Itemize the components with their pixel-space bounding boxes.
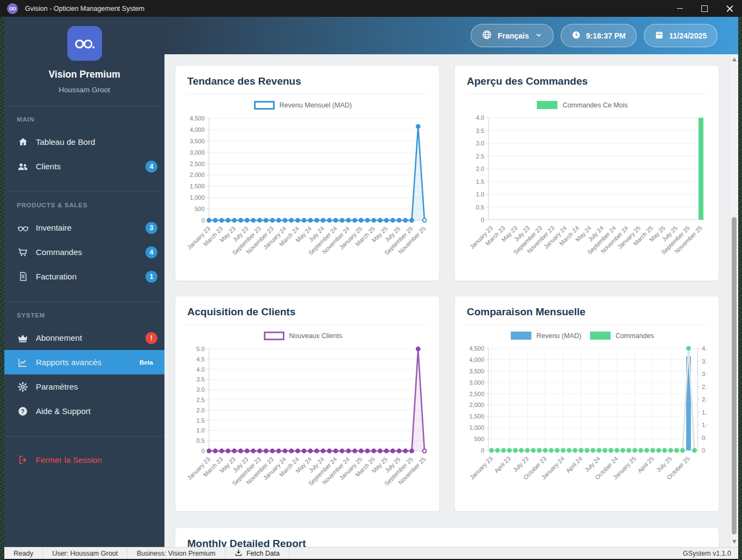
svg-text:1.0: 1.0 [476, 191, 484, 198]
divider [289, 548, 289, 559]
maximize-button[interactable] [692, 0, 717, 17]
date-display[interactable]: 11/24/2025 [644, 24, 718, 47]
svg-text:500: 500 [195, 206, 205, 212]
monthly-comparison-chart: 4,5004,0003,5003,0002,5002,0001,5001,000… [466, 343, 707, 501]
close-button[interactable] [717, 0, 742, 17]
time-display[interactable]: 9:18:37 PM [561, 24, 637, 47]
svg-text:2.0: 2.0 [702, 396, 707, 403]
section-label: SYSTEM [4, 312, 164, 319]
svg-text:2,500: 2,500 [469, 391, 484, 397]
svg-text:3.5: 3.5 [476, 128, 484, 134]
beta-tag: Beta [139, 359, 157, 366]
card-title: Comparaison Mensuelle [455, 296, 719, 318]
svg-text:4.0: 4.0 [196, 366, 205, 373]
clock-icon [572, 30, 581, 41]
sidebar: Vision Premium Houssam Groot MAIN Tablea… [4, 17, 164, 547]
divider [467, 324, 707, 325]
logout-button[interactable]: Fermer la Session [4, 448, 164, 472]
vertical-scrollbar[interactable] [730, 54, 738, 547]
section-label: PRODUCTS & SALES [4, 202, 164, 208]
top-header: Français 9:18:37 PM [164, 17, 738, 54]
globe-icon [481, 29, 492, 42]
sidebar-item-label: Commandes [36, 247, 82, 257]
sidebar-item-label: Rapports avancés [36, 358, 102, 367]
language-label: Français [498, 31, 529, 40]
sidebar-item-label: Clients [36, 162, 61, 171]
svg-text:2.0: 2.0 [476, 166, 484, 172]
svg-text:January 23: January 23 [468, 455, 494, 481]
svg-text:3,500: 3,500 [469, 368, 484, 374]
sidebar-item-label: Aide & Support [36, 406, 91, 416]
sidebar-item-aide-support[interactable]: ? Aide & Support [4, 399, 164, 423]
svg-text:3.5: 3.5 [196, 376, 205, 383]
svg-text:1,000: 1,000 [189, 194, 205, 201]
users-icon [17, 161, 29, 172]
clients-count-badge: 4 [145, 161, 157, 173]
language-selector[interactable]: Français [471, 24, 554, 47]
client-acquisition-chart: 5.04.54.03.53.02.52.01.51.00.50January 2… [187, 343, 428, 502]
svg-text:1.0: 1.0 [702, 422, 707, 428]
scroll-down-arrow-icon[interactable] [732, 540, 737, 544]
divider [467, 94, 707, 94]
fetch-data-button[interactable]: Fetch Data [225, 549, 289, 558]
window-titlebar: Gvision - Opticien Management System [0, 0, 742, 17]
logout-section: Fermer la Session [4, 436, 164, 472]
dashboard-content: Tendance des Revenus Revenu Mensuel (MAD… [164, 54, 738, 547]
svg-text:4,500: 4,500 [469, 345, 484, 352]
svg-text:4.0: 4.0 [476, 114, 484, 121]
help-icon: ? [17, 406, 29, 417]
sidebar-item-tableau-de-bord[interactable]: Tableau de Bord [4, 130, 164, 154]
sidebar-item-clients[interactable]: Clients 4 [4, 154, 164, 179]
sidebar-item-facturation[interactable]: Facturation 1 [4, 264, 164, 289]
logout-icon [17, 455, 29, 465]
chart-legend: Revenu (MAD)Commandes [455, 332, 719, 340]
svg-text:1.0: 1.0 [196, 427, 205, 434]
desktop-background: Gvision - Opticien Management System Vis… [0, 0, 742, 560]
svg-text:2,000: 2,000 [469, 402, 484, 408]
svg-text:4.5: 4.5 [196, 356, 205, 362]
sidebar-item-rapports-avances[interactable]: Rapports avancés Beta [4, 350, 164, 374]
status-bar: Ready User: Houssam Groot Business: Visi… [4, 547, 738, 559]
scroll-up-arrow-icon[interactable] [732, 58, 737, 61]
commandes-count-badge: 4 [145, 246, 157, 258]
nav-section-products-sales: PRODUCTS & SALES Inventaire 3 [4, 192, 164, 302]
app-version: GSystem v1.1.0 [683, 550, 738, 557]
legend-swatch [537, 101, 557, 109]
card-title: Tendance des Revenus [175, 66, 439, 87]
sidebar-item-label: Facturation [36, 272, 77, 281]
svg-text:3,500: 3,500 [189, 138, 205, 144]
svg-text:3,000: 3,000 [189, 149, 205, 156]
sidebar-item-label: Paramètres [36, 382, 78, 391]
svg-text:2.5: 2.5 [476, 153, 484, 160]
svg-text:1.5: 1.5 [476, 179, 484, 185]
sidebar-item-inventaire[interactable]: Inventaire 3 [4, 215, 164, 240]
time-label: 9:18:37 PM [586, 31, 626, 40]
window-controls [667, 0, 742, 17]
sidebar-item-abonnement[interactable]: Abonnement ! [4, 326, 164, 350]
user-name: Houssam Groot [4, 86, 164, 106]
legend-label: Revenu (MAD) [536, 332, 581, 340]
svg-text:0.5: 0.5 [196, 437, 205, 444]
revenue-trend-card: Tendance des Revenus Revenu Mensuel (MAD… [175, 65, 440, 281]
chart-legend: Commandes Ce Mois [455, 101, 719, 109]
svg-text:April 24: April 24 [565, 455, 584, 474]
minimize-button[interactable] [667, 0, 692, 17]
card-title: Aperçu des Commandes [455, 66, 719, 87]
app-logo [67, 26, 102, 61]
svg-text:4,000: 4,000 [469, 357, 484, 363]
svg-text:3.0: 3.0 [476, 140, 484, 147]
nav-section-system: SYSTEM Abonnement ! [4, 302, 164, 436]
svg-text:0.5: 0.5 [476, 204, 484, 211]
svg-text:0: 0 [201, 448, 205, 454]
sidebar-item-commandes[interactable]: Commandes 4 [4, 240, 164, 264]
section-label: MAIN [4, 116, 164, 123]
window-title: Gvision - Opticien Management System [25, 5, 144, 12]
svg-text:3.0: 3.0 [196, 386, 205, 393]
svg-text:4,500: 4,500 [189, 115, 205, 122]
monthly-report-card: Monthly Detailed Report [175, 527, 719, 547]
scrollbar-thumb[interactable] [732, 217, 737, 534]
legend-swatch [590, 332, 611, 340]
close-icon [726, 5, 733, 12]
invoice-icon [17, 271, 29, 282]
sidebar-item-parametres[interactable]: Paramètres [4, 374, 164, 399]
